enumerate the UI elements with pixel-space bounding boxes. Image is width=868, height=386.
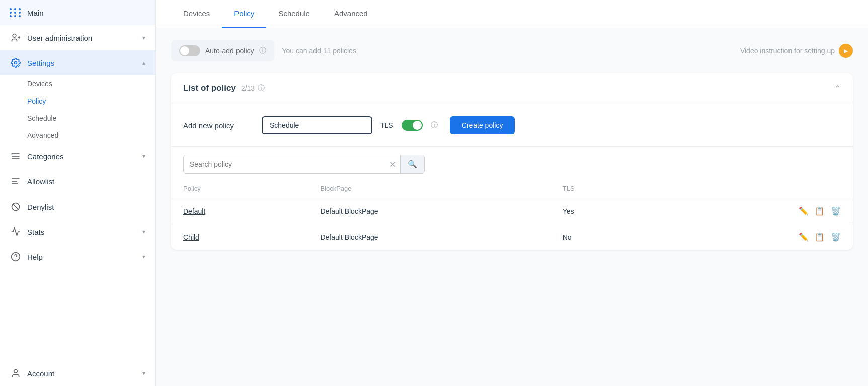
policy-name-link[interactable]: Child — [183, 233, 199, 241]
svg-point-3 — [15, 62, 17, 64]
sidebar-sub-item-devices[interactable]: Devices — [27, 75, 155, 92]
policy-card-header: List of policy 2/13 ⓘ ⌃ — [171, 73, 853, 104]
tls-cell: No — [550, 224, 657, 250]
search-policy-input[interactable] — [184, 156, 385, 173]
tab-policy[interactable]: Policy — [222, 0, 266, 28]
stats-icon — [10, 226, 21, 237]
edit-icon[interactable]: ✏️ — [799, 232, 809, 242]
col-header-tls: TLS — [550, 180, 657, 198]
delete-icon[interactable]: 🗑️ — [831, 232, 841, 242]
sidebar: Main User administration ▾ Settings ▴ De… — [0, 0, 156, 386]
sidebar-item-denylist-label: Denylist — [27, 203, 54, 211]
chevron-up-icon: ▴ — [142, 59, 145, 66]
edit-icon[interactable]: ✏️ — [799, 206, 809, 216]
policy-list-title: List of policy — [183, 83, 236, 93]
policy-name-cell: Default — [171, 198, 308, 224]
search-submit-button[interactable]: 🔍 — [400, 155, 424, 173]
table-row: Child Default BlockPage No ✏️ 📋 🗑️ — [171, 224, 853, 250]
help-icon — [10, 251, 21, 262]
blockpage-cell: Default BlockPage — [308, 224, 550, 250]
tls-cell: Yes — [550, 198, 657, 224]
video-instruction-label: Video instruction for setting up — [740, 47, 835, 55]
tls-toggle[interactable] — [402, 120, 423, 131]
auto-add-policy-bar: Auto-add policy ⓘ You can add 11 policie… — [171, 40, 853, 61]
actions-cell: ✏️ 📋 🗑️ — [657, 224, 853, 250]
sidebar-item-categories-label: Categories — [27, 152, 64, 161]
grid-icon — [10, 7, 21, 18]
tls-label: TLS — [380, 121, 393, 129]
create-policy-button[interactable]: Create policy — [450, 116, 515, 134]
allowlist-icon — [10, 176, 21, 187]
sidebar-item-categories[interactable]: Categories ▾ — [0, 144, 155, 169]
chevron-down-icon: ▾ — [142, 228, 145, 235]
policy-name-input[interactable] — [262, 116, 372, 134]
sidebar-item-main[interactable]: Main — [0, 0, 155, 25]
tab-advanced[interactable]: Advanced — [322, 0, 380, 28]
categories-icon — [10, 151, 21, 162]
account-icon — [10, 368, 21, 379]
delete-icon[interactable]: 🗑️ — [831, 206, 841, 216]
col-header-policy: Policy — [171, 180, 308, 198]
sidebar-item-user-admin[interactable]: User administration ▾ — [0, 25, 155, 50]
svg-point-15 — [14, 370, 18, 373]
search-icon: 🔍 — [408, 160, 417, 168]
add-new-policy-row: Add new policy TLS ⓘ Create policy — [171, 104, 853, 147]
settings-subnav: Devices Policy Schedule Advanced — [0, 75, 155, 144]
sidebar-item-stats[interactable]: Stats ▾ — [0, 219, 155, 244]
tabs-bar: Devices Policy Schedule Advanced — [156, 0, 868, 28]
policy-card-collapse-icon[interactable]: ⌃ — [834, 84, 841, 93]
chevron-down-icon: ▾ — [142, 253, 145, 260]
chevron-down-icon: ▾ — [142, 153, 145, 160]
auto-add-label: Auto-add policy — [205, 47, 254, 55]
sidebar-item-help-label: Help — [27, 253, 43, 261]
search-clear-button[interactable]: ✕ — [385, 160, 400, 169]
policy-name-cell: Child — [171, 224, 308, 250]
sidebar-item-allowlist[interactable]: Allowlist — [0, 169, 155, 194]
sidebar-item-stats-label: Stats — [27, 228, 44, 236]
add-new-policy-label: Add new policy — [183, 121, 254, 130]
chevron-down-icon: ▾ — [142, 34, 145, 41]
sidebar-sub-item-advanced[interactable]: Advanced — [27, 127, 155, 144]
policy-name-link[interactable]: Default — [183, 207, 205, 215]
blockpage-cell: Default BlockPage — [308, 198, 550, 224]
table-row: Default Default BlockPage Yes ✏️ 📋 🗑️ — [171, 198, 853, 224]
tab-schedule[interactable]: Schedule — [266, 0, 322, 28]
sidebar-sub-item-policy[interactable]: Policy — [27, 92, 155, 110]
sidebar-item-denylist[interactable]: Denylist — [0, 194, 155, 219]
can-add-text: You can add 11 policies — [282, 47, 356, 55]
content-area: Auto-add policy ⓘ You can add 11 policie… — [156, 28, 868, 386]
settings-icon — [10, 57, 21, 68]
play-button[interactable]: ▶ — [839, 44, 853, 58]
video-instruction-link[interactable]: Video instruction for setting up ▶ — [740, 44, 853, 58]
auto-add-toggle-container: Auto-add policy ⓘ — [171, 40, 274, 61]
main-content: Devices Policy Schedule Advanced Auto-ad… — [156, 0, 868, 386]
sidebar-sub-item-schedule[interactable]: Schedule — [27, 110, 155, 127]
auto-add-toggle[interactable] — [179, 45, 200, 56]
chevron-down-icon: ▾ — [142, 370, 145, 377]
copy-icon[interactable]: 📋 — [815, 232, 825, 242]
search-input-wrap: ✕ 🔍 — [183, 155, 425, 174]
auto-add-info-icon[interactable]: ⓘ — [259, 46, 266, 55]
tls-info-icon[interactable]: ⓘ — [431, 121, 438, 130]
policy-table: Policy BlockPage TLS Default — [171, 180, 853, 250]
sidebar-item-help[interactable]: Help ▾ — [0, 244, 155, 269]
sidebar-item-allowlist-label: Allowlist — [27, 177, 54, 186]
sidebar-item-settings-label: Settings — [27, 59, 54, 67]
search-row: ✕ 🔍 — [171, 147, 853, 180]
denylist-icon — [10, 201, 21, 212]
actions-cell: ✏️ 📋 🗑️ — [657, 198, 853, 224]
policy-list-info-icon[interactable]: ⓘ — [258, 84, 265, 93]
svg-point-0 — [13, 34, 16, 38]
col-header-actions — [657, 180, 853, 198]
col-header-blockpage: BlockPage — [308, 180, 550, 198]
sidebar-item-main-label: Main — [27, 9, 44, 17]
copy-icon[interactable]: 📋 — [815, 206, 825, 216]
policy-card: List of policy 2/13 ⓘ ⌃ Add new policy T… — [171, 73, 853, 250]
svg-line-12 — [13, 204, 19, 210]
sidebar-item-account-label: Account — [27, 369, 54, 378]
policy-count: 2/13 — [241, 84, 255, 92]
user-admin-icon — [10, 32, 21, 43]
sidebar-item-settings[interactable]: Settings ▴ — [0, 50, 155, 75]
tab-devices[interactable]: Devices — [171, 0, 222, 28]
sidebar-item-account[interactable]: Account ▾ — [0, 361, 155, 386]
